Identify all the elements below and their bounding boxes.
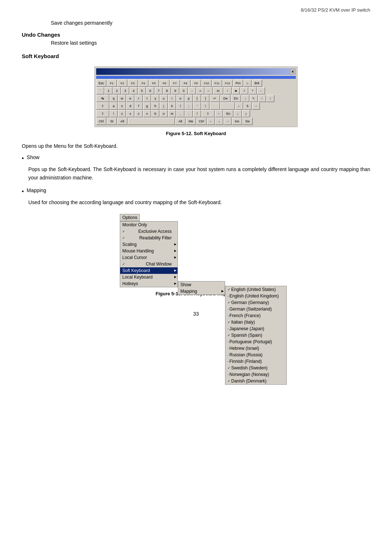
key-g[interactable]: g <box>143 102 151 110</box>
key-i[interactable]: i <box>168 95 176 102</box>
key-num5[interactable]: 5 <box>244 102 252 110</box>
key-rctrl[interactable]: Ctrl <box>196 118 207 125</box>
key-numstar[interactable]: * <box>249 87 257 94</box>
key-capslock[interactable]: ⇪ <box>96 102 109 110</box>
lang-item-spanish-es[interactable]: Spanish (Spain) <box>225 332 286 339</box>
key-ralt[interactable]: Alt <box>175 118 185 125</box>
key-enter[interactable]: ↵ <box>210 95 220 102</box>
key-equals[interactable]: = <box>196 87 204 94</box>
lang-item-english-uk[interactable]: English (United Kingdom) <box>225 293 286 299</box>
key-backslash[interactable]: \ <box>201 102 209 110</box>
key-v[interactable]: v <box>143 110 151 117</box>
key-8[interactable]: 8 <box>163 87 171 94</box>
key-tab[interactable]: ↹ <box>96 95 109 102</box>
key-f4[interactable]: F4 <box>138 80 148 87</box>
key-numenter[interactable]: ↨ <box>242 110 250 117</box>
key-r[interactable]: r <box>135 95 143 102</box>
key-numlock[interactable]: ♣ <box>232 87 240 94</box>
lang-item-finnish-fi[interactable]: Finnish (Finland) <box>225 358 286 365</box>
key-d[interactable]: d <box>126 102 134 110</box>
key-e[interactable]: e <box>126 95 134 102</box>
key-q[interactable]: q <box>110 95 118 102</box>
key-home[interactable]: ↑ <box>224 87 232 94</box>
menu-item-readability-filter[interactable]: ✓ Readability Filter <box>120 235 177 241</box>
key-y[interactable]: y <box>151 95 159 102</box>
key-f11[interactable]: F11 <box>212 80 222 87</box>
key-quote[interactable]: ' <box>193 102 201 110</box>
lang-item-danish-dk[interactable]: Danish (Denmark) <box>225 378 286 384</box>
key-space[interactable] <box>128 118 175 125</box>
key-ins[interactable]: In <box>213 87 223 94</box>
key-lshift[interactable]: ⇧ <box>96 110 109 117</box>
key-scrlock[interactable]: ⌂ <box>244 80 252 87</box>
key-o[interactable]: o <box>176 95 184 102</box>
menu-item-exclusive-access[interactable]: ✓ Exclusive Access <box>120 228 177 235</box>
key-menu[interactable]: Me <box>186 118 196 125</box>
lang-item-swedish-se[interactable]: Swedish (Sweden) <box>225 365 286 371</box>
key-semicolon[interactable]: ; <box>185 102 193 110</box>
lang-item-german-de[interactable]: German (Germany) <box>225 299 286 306</box>
menu-item-local-keyboard[interactable]: Local Keyboard <box>120 274 177 280</box>
key-p[interactable]: p <box>185 95 193 102</box>
keyboard-close-button[interactable]: ✕ <box>290 69 295 74</box>
key-del[interactable]: De <box>220 95 230 102</box>
lang-item-german-ch[interactable]: German (Switzerland) <box>225 306 286 312</box>
key-start[interactable]: St <box>107 118 117 125</box>
key-fwdslash[interactable]: / <box>193 110 201 117</box>
key-f10[interactable]: F10 <box>201 80 212 87</box>
key-minus[interactable]: - <box>188 87 196 94</box>
key-b[interactable]: b <box>151 110 159 117</box>
key-6[interactable]: 6 <box>146 87 154 94</box>
menu-item-monitor-only[interactable]: Monitor Only <box>120 222 177 228</box>
key-k[interactable]: k <box>168 102 176 110</box>
key-f3[interactable]: F3 <box>128 80 138 87</box>
key-9[interactable]: 9 <box>171 87 179 94</box>
key-u[interactable]: u <box>160 95 168 102</box>
lang-item-norwegian-no[interactable]: Norwegian (Norway) <box>225 371 286 378</box>
key-lalt[interactable]: Alt <box>117 118 127 125</box>
key-brk[interactable]: Brk <box>252 80 262 87</box>
lang-item-english-us[interactable]: English (United States) <box>225 286 286 293</box>
key-num9[interactable]: ↑ <box>266 95 274 102</box>
key-left[interactable]: ← <box>235 102 243 110</box>
key-f[interactable]: f <box>135 102 143 110</box>
menu-item-hotkeys[interactable]: Hotkeys <box>120 280 177 287</box>
key-0[interactable]: 0 <box>180 87 188 94</box>
key-f8[interactable]: F8 <box>180 80 191 87</box>
key-f7[interactable]: F7 <box>170 80 180 87</box>
key-lctrl[interactable]: Ctrl <box>96 118 106 125</box>
key-j[interactable]: j <box>160 102 168 110</box>
key-f1[interactable]: F1 <box>107 80 117 87</box>
key-2[interactable]: 2 <box>113 87 121 94</box>
lang-item-hebrew-il[interactable]: Hebrew (Israel) <box>225 345 286 352</box>
key-up2[interactable]: ↑ <box>215 110 223 117</box>
options-menu-title[interactable]: Options <box>120 214 140 221</box>
key-numdn[interactable]: ↓ <box>234 110 242 117</box>
key-1[interactable]: 1 <box>105 87 113 94</box>
key-del2[interactable]: De <box>242 118 253 125</box>
key-rshift[interactable]: ⇧ <box>201 110 215 117</box>
key-m[interactable]: m <box>168 110 176 117</box>
key-5[interactable]: 5 <box>138 87 146 94</box>
key-right[interactable]: → <box>252 102 260 110</box>
key-lbracket[interactable]: [ <box>193 95 201 102</box>
key-comma[interactable]: , <box>176 110 184 117</box>
key-end2[interactable]: En <box>223 110 233 117</box>
key-s[interactable]: s <box>118 102 126 110</box>
menu-item-mouse-handling[interactable]: Mouse Handling <box>120 248 177 254</box>
key-num8[interactable]: ↑ <box>258 95 266 102</box>
lang-item-italian-it[interactable]: Italian (Italy) <box>225 319 286 325</box>
lang-item-japanese-jp[interactable]: Japanese (Japan) <box>225 325 286 332</box>
menu-item-local-cursor[interactable]: Local Cursor <box>120 254 177 261</box>
key-esc[interactable]: Esc <box>96 80 106 87</box>
key-numminus[interactable]: - <box>257 87 265 94</box>
key-num7[interactable]: ↖ <box>250 95 258 102</box>
key-7[interactable]: 7 <box>155 87 163 94</box>
key-l[interactable]: l <box>176 102 184 110</box>
key-darrow[interactable]: ↓ <box>215 118 223 125</box>
key-f2[interactable]: F2 <box>117 80 127 87</box>
key-x[interactable]: x <box>126 110 134 117</box>
key-ins2[interactable]: Ins <box>232 118 242 125</box>
key-f6[interactable]: F6 <box>159 80 170 87</box>
key-f12[interactable]: F12 <box>222 80 233 87</box>
